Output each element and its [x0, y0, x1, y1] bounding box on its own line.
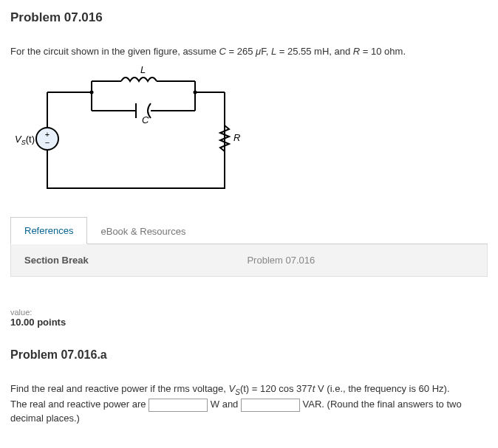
- problem-intro: For the circuit shown in the given figur…: [10, 46, 488, 57]
- r-eq: = 10 ohm.: [360, 46, 406, 57]
- q1-vs-sub: S: [235, 388, 240, 396]
- var-r: R: [353, 46, 360, 57]
- circuit-figure: + − L C R VS(t): [10, 63, 488, 203]
- tab-bar: References eBook & Resources: [10, 216, 488, 244]
- c-unit: F,: [261, 46, 271, 57]
- question-line-1: Find the real and reactive power if the …: [10, 382, 488, 398]
- question-line-2: The real and reactive power are W and VA…: [10, 398, 488, 426]
- q1-suffix: V (i.e., the frequency is 60 Hz).: [315, 383, 449, 394]
- w-label: W and: [211, 399, 241, 410]
- question-text: Find the real and reactive power if the …: [10, 382, 488, 426]
- q1-prefix: Find the real and reactive power if the …: [10, 383, 229, 394]
- label-c: C: [142, 114, 149, 125]
- section-break-bar: Section Break Problem 07.016: [10, 244, 488, 277]
- circuit-svg: + − L C R VS(t): [10, 63, 247, 203]
- tab-ebook-resources[interactable]: eBook & Resources: [87, 218, 199, 244]
- source-minus: −: [45, 138, 50, 147]
- var-c: C: [219, 46, 226, 57]
- reactive-power-input[interactable]: [241, 399, 300, 412]
- c-eq: = 265: [226, 46, 256, 57]
- q1-vs-expr: (t) = 120 cos 377: [240, 383, 313, 394]
- label-l: L: [140, 64, 146, 75]
- label-r: R: [233, 132, 240, 143]
- l-eq: = 25.55 mH, and: [276, 46, 353, 57]
- q2-prefix: The real and reactive power are: [10, 399, 149, 410]
- label-vs: VS(t): [15, 134, 35, 146]
- real-power-input[interactable]: [149, 399, 208, 412]
- section-break-label: Section Break: [24, 255, 89, 266]
- tab-references[interactable]: References: [10, 217, 87, 244]
- node-dot: [90, 91, 94, 94]
- problem-title: Problem 07.016: [10, 10, 488, 25]
- value-points: 10.00 points: [10, 317, 488, 328]
- section-break-center: Problem 07.016: [89, 255, 474, 266]
- intro-prefix: For the circuit shown in the given figur…: [10, 46, 219, 57]
- q1-vs-var: V: [229, 383, 236, 394]
- subproblem-title: Problem 07.016.a: [10, 348, 488, 362]
- value-label: value:: [10, 308, 488, 317]
- value-block: value: 10.00 points: [10, 308, 488, 328]
- node-dot: [194, 91, 197, 94]
